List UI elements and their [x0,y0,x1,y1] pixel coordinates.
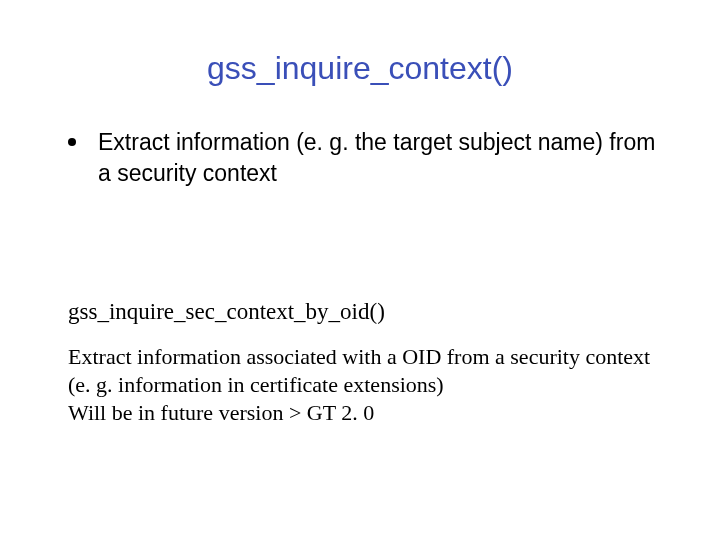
secondary-title: gss_inquire_sec_context_by_oid() [68,299,660,325]
slide-title: gss_inquire_context() [60,50,660,87]
bullet-item: Extract information (e. g. the target su… [68,127,660,189]
bullet-list: Extract information (e. g. the target su… [68,127,660,189]
secondary-body-line1: Extract information associated with a OI… [68,344,650,397]
bullet-icon [68,138,76,146]
slide: gss_inquire_context() Extract informatio… [0,0,720,540]
secondary-body-line2: Will be in future version > GT 2. 0 [68,400,374,425]
bullet-text: Extract information (e. g. the target su… [98,127,660,189]
secondary-body: Extract information associated with a OI… [68,343,660,427]
secondary-section: gss_inquire_sec_context_by_oid() Extract… [68,299,660,427]
